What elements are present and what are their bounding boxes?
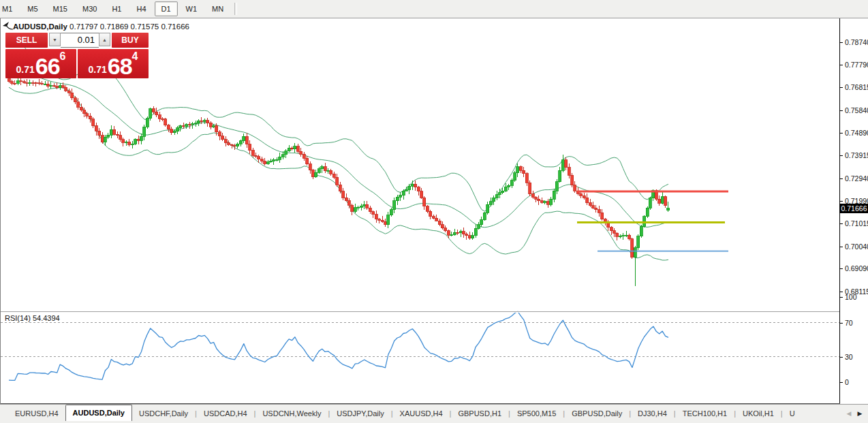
price-axis-label: 0.75840 xyxy=(845,106,868,114)
timeframe-button-m5[interactable]: M5 xyxy=(20,1,44,16)
tab-scroll-left-icon[interactable]: ◀ xyxy=(843,410,854,417)
volume-increase-button[interactable]: ▲ xyxy=(99,33,110,46)
timeframe-button-m15[interactable]: M15 xyxy=(46,1,74,16)
price-tick xyxy=(840,201,843,202)
buy-price-button[interactable]: 0.71 68 4 xyxy=(78,49,149,78)
tab-audusd-daily[interactable]: AUDUSD,Daily xyxy=(65,405,132,421)
price-axis-label: 0.73915 xyxy=(845,151,868,159)
price-axis-label: 0.72940 xyxy=(845,174,868,183)
tab-ukoil-h1[interactable]: UKOil,H1 xyxy=(736,406,781,421)
sell-price-big: 66 xyxy=(35,56,60,76)
buy-button[interactable]: BUY xyxy=(112,33,149,48)
timeframe-button-w1[interactable]: W1 xyxy=(179,1,204,16)
sell-price-button[interactable]: 0.71 66 6 xyxy=(5,49,76,78)
rsi-tick xyxy=(840,382,843,383)
chart-tab-bar: EURUSD,H4AUDUSD,DailyUSDCHF,Daily|USDCAD… xyxy=(0,404,868,421)
volume-input[interactable]: 0.01 xyxy=(61,33,99,48)
price-axis-label: 0.69090 xyxy=(845,264,868,272)
price-tick xyxy=(840,155,843,156)
tab-xauusd-h4[interactable]: XAUUSD,H4 xyxy=(393,406,450,421)
one-click-trading-panel: SELL ▼ 0.01 ▲ BUY 0.71 66 6 0.71 68 4 xyxy=(5,33,149,78)
buy-price-big: 68 xyxy=(108,56,132,76)
sell-button[interactable]: SELL xyxy=(5,33,48,48)
timeframe-button-mn[interactable]: MN xyxy=(205,1,230,16)
panel-splitter[interactable] xyxy=(1,311,840,313)
price-tick xyxy=(840,133,843,134)
timeframe-button-d1[interactable]: D1 xyxy=(155,1,178,16)
price-tick xyxy=(840,65,843,65)
buy-price-pip: 4 xyxy=(132,52,138,61)
price-axis-label: 0.78740 xyxy=(845,38,868,46)
price-tick xyxy=(840,292,843,292)
sell-price-prefix: 0.71 xyxy=(16,63,35,76)
tab-gbpusd-daily[interactable]: GBPUSD,Daily xyxy=(565,406,629,421)
price-axis-label: 0.74890 xyxy=(845,129,868,137)
price-tick xyxy=(840,223,843,224)
rsi-tick xyxy=(840,323,843,324)
timeframe-toolbar: M1M5M15M30H1H4D1W1MN xyxy=(0,0,868,18)
tab-tech100-h1[interactable]: TECH100,H1 xyxy=(676,406,734,421)
timeframe-button-h4[interactable]: H4 xyxy=(129,1,153,16)
rsi-tick xyxy=(840,297,843,298)
price-axis-label: 0.77790 xyxy=(845,61,868,69)
rsi-tick xyxy=(840,357,843,358)
tab-gbpusd-h1[interactable]: GBPUSD,H1 xyxy=(451,406,508,421)
sell-price-pip: 6 xyxy=(60,52,66,61)
price-tick xyxy=(840,110,843,111)
rsi-indicator-label: RSI(14) 54.4394 xyxy=(5,314,60,322)
price-tick xyxy=(840,42,843,43)
tab-eurusd-h4[interactable]: EURUSD,H4 xyxy=(8,406,65,421)
rsi-chart-canvas[interactable] xyxy=(1,294,840,385)
tab-usdchf-daily[interactable]: USDCHF,Daily xyxy=(132,406,195,421)
timeframe-button-m30[interactable]: M30 xyxy=(76,1,104,16)
buy-price-prefix: 0.71 xyxy=(89,63,107,76)
price-axis-label: 0.71015 xyxy=(845,219,868,228)
volume-decrease-button[interactable]: ▼ xyxy=(49,33,61,46)
current-price-tag: 0.71666 xyxy=(840,204,868,213)
rsi-axis-label: 70 xyxy=(845,319,853,327)
rsi-axis-label: 30 xyxy=(845,353,853,361)
rsi-axis-label: 100 xyxy=(845,293,857,301)
tab-dj30-h4[interactable]: DJ30,H4 xyxy=(631,406,674,421)
price-tick xyxy=(840,247,843,247)
timeframe-button-h1[interactable]: H1 xyxy=(105,1,128,16)
price-tick xyxy=(840,268,843,269)
tab-usdjpy-daily[interactable]: USDJPY,Daily xyxy=(330,406,391,421)
mt4-window: M1M5M15M30H1H4D1W1MN AUDUSD,Daily 0.7179… xyxy=(0,0,868,423)
price-axis-label: 0.76815 xyxy=(845,83,868,91)
tab-usdcnh-weekly[interactable]: USDCNH,Weekly xyxy=(255,406,328,421)
price-tick xyxy=(840,87,843,88)
chart-window: AUDUSD,Daily 0.71797 0.71869 0.71575 0.7… xyxy=(0,18,868,404)
tab-scroll-right-icon[interactable]: ▶ xyxy=(854,410,865,417)
price-axis-label: 0.70040 xyxy=(845,242,868,251)
toolbar-separator xyxy=(234,3,237,15)
price-tick xyxy=(840,178,843,179)
tab-scroll-controls: ◀▶ xyxy=(843,406,868,421)
timeframe-button-m1[interactable]: M1 xyxy=(0,1,19,16)
tab-u[interactable]: U xyxy=(783,406,802,421)
tab-sp500-m15[interactable]: SP500,M15 xyxy=(510,406,563,421)
tab-usdcad-h4[interactable]: USDCAD,H4 xyxy=(197,406,254,421)
rsi-axis-label: 0 xyxy=(845,378,849,386)
